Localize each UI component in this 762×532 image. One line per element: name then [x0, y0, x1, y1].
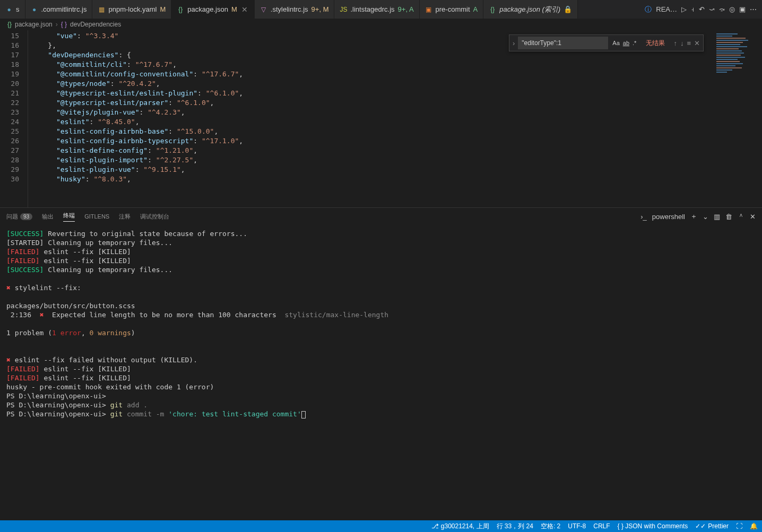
find-options: Aa ab .*	[608, 40, 640, 46]
terminal-profile-icon[interactable]: ›_	[640, 213, 647, 221]
tab-label: .stylelintrc.js	[271, 5, 308, 13]
code-editor[interactable]: "vue": "^3.3.4" }, "devDependencies": { …	[28, 30, 762, 207]
panel-tab-problems[interactable]: 问题93	[6, 213, 32, 221]
tab-git-badge: 9+, A	[398, 5, 414, 13]
problems-count-badge: 93	[20, 213, 32, 220]
panel-tab-comments[interactable]: 注释	[119, 213, 131, 221]
target-icon[interactable]: ◎	[729, 5, 735, 13]
symbol-icon: { }	[61, 21, 67, 28]
file-type-icon: {}	[177, 6, 184, 13]
editor-tab[interactable]: ▣pre-commitA	[420, 0, 484, 19]
editor-tab[interactable]: {}package.jsonM✕	[171, 0, 254, 19]
find-next-icon[interactable]: ↓	[680, 39, 684, 47]
terminal[interactable]: [SUCCESS] Reverting to original state be…	[0, 225, 762, 520]
step-over-icon[interactable]: ⤻	[709, 5, 715, 13]
tab-git-badge: M	[231, 5, 237, 13]
file-type-icon: {}	[489, 6, 496, 13]
file-type-icon: ●	[31, 6, 38, 13]
editor-tab[interactable]: ▦pnpm-lock.yamlM	[92, 0, 171, 19]
file-type-icon: JS	[340, 6, 347, 13]
undo-icon[interactable]: ↶	[699, 5, 705, 13]
tab-label: s	[16, 5, 20, 13]
editor-tab[interactable]: ▽.stylelintrc.js9+, M	[255, 0, 335, 19]
editor-tab[interactable]: ●.commitlintrc.js	[25, 0, 93, 19]
tab-label: pre-commit	[436, 5, 470, 13]
terminal-profile-name[interactable]: powershell	[652, 213, 685, 221]
find-widget: › Aa ab .* 无结果 ↑ ↓ ≡ ✕	[509, 34, 704, 51]
lock-icon: 🔒	[564, 5, 572, 13]
file-type-icon: ▽	[260, 6, 267, 13]
title-bar-actions: ⓘ REA… ▷ ⫞ ↶ ⤻ ⤼ ◎ ▣ ⋯	[639, 0, 762, 19]
terminal-dropdown-icon[interactable]: ⌄	[703, 213, 708, 221]
editor-tab-bar: ●s●.commitlintrc.js▦pnpm-lock.yamlM{}pac…	[0, 0, 762, 19]
tab-git-badge: A	[473, 5, 478, 13]
editor-tab[interactable]: JS.lintstagedrc.js9+, A	[334, 0, 419, 19]
tab-label: .lintstagedrc.js	[350, 5, 394, 13]
panel-tab-debug-console[interactable]: 调试控制台	[140, 213, 169, 221]
tab-git-badge: M	[160, 5, 166, 13]
panel-tab-terminal[interactable]: 终端	[63, 212, 75, 222]
panel-toggle-icon[interactable]: ▣	[739, 5, 746, 13]
find-toggle-replace[interactable]: ›	[509, 39, 518, 47]
new-terminal-icon[interactable]: ＋	[690, 212, 697, 221]
tab-label: package.json (索引)	[499, 5, 560, 14]
find-selection-icon[interactable]: ≡	[687, 39, 691, 47]
file-type-icon: ●	[5, 6, 13, 13]
breadcrumb[interactable]: {} package.json › { } devDependencies	[0, 19, 762, 30]
file-icon: {}	[7, 21, 12, 28]
indentation-status[interactable]: 空格: 2	[541, 522, 560, 531]
more-icon[interactable]: ⋯	[750, 5, 757, 13]
find-input[interactable]	[518, 37, 608, 49]
editor-tab[interactable]: ●s	[0, 0, 25, 19]
breadcrumb-symbol[interactable]: devDependencies	[70, 21, 121, 28]
panel-tab-gitlens[interactable]: GITLENS	[84, 213, 109, 220]
panel-tabs: 问题93 输出 终端 GITLENS 注释 调试控制台 ›_ powershel…	[0, 208, 762, 225]
close-panel-icon[interactable]: ✕	[750, 213, 756, 221]
cursor-position[interactable]: 行 33，列 24	[497, 522, 533, 531]
panel: 问题93 输出 终端 GITLENS 注释 调试控制台 ›_ powershel…	[0, 207, 762, 520]
line-gutter: 15161718192021222324252627282930	[0, 30, 28, 207]
git-branch-icon: ⎇	[431, 522, 439, 530]
language-mode[interactable]: { } JSON with Comments	[618, 522, 688, 530]
readme-label[interactable]: REA…	[656, 5, 677, 13]
panel-tab-output[interactable]: 输出	[42, 213, 54, 221]
check-icon: ✓✓	[695, 522, 706, 530]
encoding-status[interactable]: UTF-8	[568, 522, 586, 530]
split-horizontal-icon[interactable]: ⫞	[691, 5, 695, 13]
run-icon[interactable]: ▷	[681, 5, 687, 13]
step-icon[interactable]: ⤼	[719, 5, 725, 13]
terminal-cursor	[301, 411, 306, 418]
breadcrumb-file[interactable]: package.json	[15, 21, 53, 28]
editor-area: 15161718192021222324252627282930 "vue": …	[0, 30, 762, 207]
minimap[interactable]	[714, 30, 762, 207]
tab-git-badge: 9+, M	[311, 5, 329, 13]
split-terminal-icon[interactable]: ▥	[714, 213, 720, 221]
chevron-right-icon: ›	[56, 21, 58, 28]
find-prev-icon[interactable]: ↑	[673, 39, 677, 47]
panel-actions: ›_ powershell ＋ ⌄ ▥ 🗑 ＾ ✕	[640, 212, 756, 221]
prettier-status[interactable]: ✓✓Prettier	[695, 522, 729, 530]
feedback-icon[interactable]: ⛶	[736, 522, 742, 530]
find-close-icon[interactable]: ✕	[694, 39, 700, 47]
tab-label: .commitlintrc.js	[41, 5, 87, 13]
match-case-icon[interactable]: Aa	[612, 40, 619, 46]
editor-tab[interactable]: {}package.json (索引)🔒	[483, 0, 578, 19]
status-bar: ⎇g30021214, 上周 行 33，列 24 空格: 2 UTF-8 CRL…	[0, 520, 762, 532]
bell-icon[interactable]: 🔔	[750, 522, 758, 530]
git-branch-status[interactable]: ⎇g30021214, 上周	[431, 522, 489, 531]
file-type-icon: ▦	[98, 6, 105, 13]
eol-status[interactable]: CRLF	[593, 522, 610, 530]
tab-close-icon[interactable]: ✕	[240, 5, 249, 14]
regex-icon[interactable]: .*	[633, 40, 636, 46]
tab-label: pnpm-lock.yaml	[108, 5, 157, 13]
file-type-icon: ▣	[425, 6, 432, 13]
info-icon: ⓘ	[645, 5, 652, 14]
maximize-panel-icon[interactable]: ＾	[738, 212, 744, 221]
match-word-icon[interactable]: ab	[623, 40, 629, 46]
tab-label: package.json	[187, 5, 228, 13]
find-result-count: 无结果	[640, 39, 670, 48]
kill-terminal-icon[interactable]: 🗑	[725, 213, 732, 221]
